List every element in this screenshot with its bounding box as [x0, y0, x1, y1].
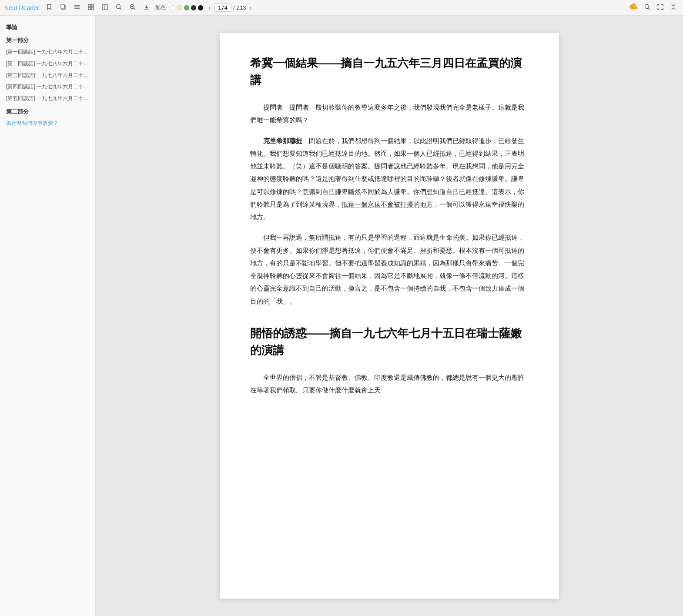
collapse-icon[interactable] — [668, 3, 679, 13]
sidebar-link-why[interactable]: 為什麼我們沒有改變？ — [0, 117, 95, 129]
page-separator: / — [233, 4, 235, 11]
cloud-icon[interactable] — [627, 3, 639, 13]
svg-rect-5 — [88, 4, 90, 7]
svg-line-12 — [120, 8, 122, 10]
color-dot-green[interactable] — [184, 5, 189, 10]
speaker-krishnamurti: 克里希那穆提 — [263, 137, 302, 144]
svg-line-16 — [134, 8, 136, 10]
bookmark-icon[interactable] — [44, 3, 54, 13]
svg-point-11 — [117, 4, 121, 8]
toolbar: Neat Reader 配色 ‹ 174 / 213 — [0, 0, 683, 16]
highlighted-text: 抵達一個永遠不會被打擾的地方 — [342, 201, 433, 208]
sidebar: 導論 第一部分 [第一回談話] 一九七八年六月二十... [第二回談話] 一九七… — [0, 16, 96, 616]
sidebar-item-3[interactable]: [第三回談話] 一九七八年六月二十... — [0, 70, 95, 81]
page-number-input[interactable]: 174 — [214, 3, 231, 12]
search-icon[interactable] — [114, 3, 124, 13]
svg-line-19 — [649, 8, 650, 10]
svg-rect-7 — [88, 7, 90, 10]
copy-icon[interactable] — [58, 3, 68, 13]
color-dots — [170, 5, 203, 10]
svg-rect-6 — [91, 4, 94, 7]
color-dot-white[interactable] — [170, 5, 175, 10]
sidebar-item-4[interactable]: [第四回談話] 一九七九年六月二十... — [0, 81, 95, 93]
book-icon[interactable] — [100, 3, 110, 13]
main-layout: 導論 第一部分 [第一回談話] 一九七八年六月二十... [第二回談話] 一九七… — [0, 16, 683, 616]
speaker-questioner: 提問者 — [263, 104, 289, 111]
sidebar-item-1[interactable]: [第一回談話] 一九七八年六月二十... — [0, 46, 95, 58]
svg-rect-8 — [91, 7, 94, 10]
chapter2-title: 開悟的誘惑——摘自一九七六年七月十五日在瑞士薩嫩的演講 — [250, 325, 529, 359]
toolbar-right — [627, 3, 679, 13]
page-navigation: ‹ 174 / 213 › — [207, 3, 253, 12]
content-area[interactable]: 希冀一個結果——摘自一九五六年三月四日在孟買的演講 提問者 提問者 殷切聆聽你的… — [96, 16, 683, 616]
color-dot-dark[interactable] — [191, 5, 196, 10]
sidebar-item-5[interactable]: [第五回談話] 一九七九年六月二十... — [0, 93, 95, 104]
sidebar-section-intro: 導論 — [0, 20, 95, 33]
download-icon[interactable] — [141, 3, 152, 13]
book-page: 希冀一個結果——摘自一九五六年三月四日在孟買的演講 提問者 提問者 殷切聆聽你的… — [220, 33, 559, 599]
prev-page-button[interactable]: ‹ — [207, 3, 212, 12]
para-4: 全世界的僧侶，不管是基督教、佛教、印度教還是藏傳佛教的，都總是說有一個更大的應許… — [250, 371, 529, 397]
sidebar-section-part1: 第一部分 — [0, 33, 95, 46]
color-dot-darkest[interactable] — [198, 5, 203, 10]
sidebar-section-part2: 第二部分 — [0, 104, 95, 117]
app-title: Neat Reader — [4, 4, 39, 11]
grid-icon[interactable] — [86, 3, 96, 13]
svg-rect-1 — [61, 4, 64, 9]
zoom-search-icon[interactable] — [127, 3, 138, 13]
menu-icon[interactable] — [72, 3, 82, 13]
sidebar-item-2[interactable]: [第二回談話] 一九七八年六月二十... — [0, 58, 95, 70]
para-1: 提問者 提問者 殷切聆聽你的教導這麼多年之後，我們發現我們完全是老樣子。這就是我… — [250, 101, 529, 127]
color-label: 配色 — [155, 4, 166, 11]
next-page-button[interactable]: › — [248, 3, 253, 12]
svg-point-18 — [645, 4, 649, 8]
search-right-icon[interactable] — [642, 3, 653, 13]
para-2: 克里希那穆提 問題在於，我們都想得到一個結果，以此證明我們已經取得進步，已經發生… — [250, 134, 529, 224]
page-total: 213 — [237, 4, 246, 11]
para-3: 但我一再說過，無所謂抵達，有的只是學習的過程，而這就是生命的美。如果你已經抵達，… — [250, 231, 529, 308]
color-dot-beige[interactable] — [177, 5, 182, 10]
expand-icon[interactable] — [655, 3, 666, 13]
chapter1-title: 希冀一個結果——摘自一九五六年三月四日在孟買的演講 — [250, 55, 529, 89]
